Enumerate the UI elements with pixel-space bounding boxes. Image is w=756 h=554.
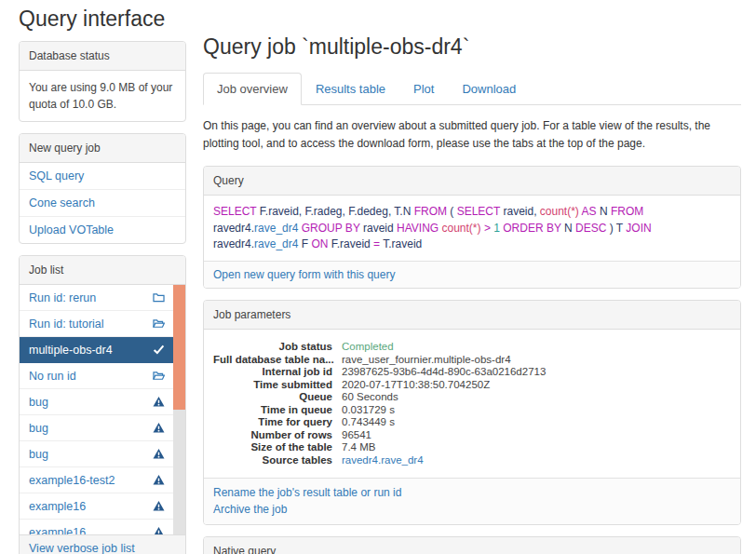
warning-icon xyxy=(152,422,165,435)
database-status-text: You are using 9.0 MB of your quota of 10… xyxy=(20,71,185,121)
warning-icon xyxy=(152,448,165,461)
sidebar-item-sql-query[interactable]: SQL query xyxy=(20,163,185,190)
job-label: Run id: rerun xyxy=(29,291,96,304)
folder-open-icon xyxy=(152,370,165,383)
sidebar: Query interface Database status You are … xyxy=(19,2,186,554)
param-label: Number of rows xyxy=(213,429,342,442)
job-page-title: Query job `multiple-obs-dr4` xyxy=(203,34,741,60)
folder-closed-icon xyxy=(152,291,165,304)
sidebar-item-cone-search[interactable]: Cone search xyxy=(20,190,185,217)
new-query-job-panel: New query job SQL query Cone search Uplo… xyxy=(19,133,186,244)
tab-bar: Job overview Results table Plot Download xyxy=(203,73,741,105)
job-list-item-selected[interactable]: multiple-obs-dr4 xyxy=(20,337,185,363)
job-label: example16-test2 xyxy=(29,474,115,487)
job-list-item[interactable]: example16 xyxy=(20,493,185,520)
param-value: 96541 xyxy=(342,429,371,442)
param-row: Internal job id 23987625-93b6-4d4d-890c-… xyxy=(213,366,731,379)
param-row: Time in queue 0.031729 s xyxy=(213,404,731,417)
job-parameters-footer: Rename the job's result table or run id … xyxy=(204,478,740,524)
job-list-item[interactable]: No run id xyxy=(20,363,185,389)
param-value: 23987625-93b6-4d4d-890c-63a0216d2713 xyxy=(342,366,546,379)
main-content: Query job `multiple-obs-dr4` Job overvie… xyxy=(203,0,741,554)
param-row: Queue 60 Seconds xyxy=(213,391,731,404)
job-list-viewport: Run id: rerun Run id: tutorial multiple-… xyxy=(20,285,185,534)
param-row: Number of rows 96541 xyxy=(213,429,731,442)
native-query-panel: Native query SELECT F.raveid, F.radeg, F… xyxy=(203,536,741,554)
table-link[interactable]: rave_dr4 xyxy=(254,237,298,250)
param-row: Time for query 0.743449 s xyxy=(213,416,731,429)
param-value: 7.4 MB xyxy=(342,441,375,454)
job-label: example16 xyxy=(29,500,86,513)
param-row: Time submitted 2020-07-17T10:38:50.70425… xyxy=(213,379,731,392)
job-parameters-panel: Job parameters Job status Completed Full… xyxy=(203,300,741,525)
table-link[interactable]: rave_dr4 xyxy=(254,222,298,235)
param-row: Job status Completed xyxy=(213,341,731,354)
param-row: Source tables ravedr4.rave_dr4 xyxy=(213,454,731,467)
job-label: bug xyxy=(29,396,48,409)
warning-icon xyxy=(152,396,165,409)
job-status-value: Completed xyxy=(342,341,394,354)
check-icon xyxy=(152,344,165,357)
tab-results-table[interactable]: Results table xyxy=(302,73,399,105)
job-label: bug xyxy=(29,422,48,435)
open-new-query-form-link[interactable]: Open new query form with this query xyxy=(213,268,395,281)
database-status-title: Database status xyxy=(20,42,185,71)
param-row: Full database table na... rave_user_four… xyxy=(213,354,731,367)
warning-icon xyxy=(152,474,165,487)
param-label: Size of the table xyxy=(213,441,342,454)
job-label: Run id: tutorial xyxy=(29,318,104,331)
view-verbose-job-list-link[interactable]: View verbose job list xyxy=(29,542,135,554)
param-label: Queue xyxy=(213,391,342,404)
job-parameters-body: Job status Completed Full database table… xyxy=(204,330,740,478)
job-list-item[interactable]: example16 xyxy=(20,520,185,534)
source-tables-link[interactable]: ravedr4.rave_dr4 xyxy=(342,454,424,467)
job-list-item[interactable]: Run id: rerun xyxy=(20,285,185,311)
job-label: bug xyxy=(29,448,48,461)
warning-icon xyxy=(152,526,165,535)
job-list-item[interactable]: Run id: tutorial xyxy=(20,311,185,337)
database-status-panel: Database status You are using 9.0 MB of … xyxy=(19,41,186,122)
job-list-item[interactable]: bug xyxy=(20,415,185,441)
tab-download[interactable]: Download xyxy=(448,73,530,105)
scrollbar-thumb[interactable] xyxy=(173,285,185,410)
sql-query-text: SELECT F.raveid, F.radeg, F.dedeg, T.N F… xyxy=(213,204,731,252)
job-list-panel: Job list Run id: rerun Run id: tutorial … xyxy=(19,255,186,554)
new-query-job-list: SQL query Cone search Upload VOTable xyxy=(20,163,185,243)
job-parameters-title: Job parameters xyxy=(204,301,740,330)
query-panel-title: Query xyxy=(204,167,740,196)
archive-job-link[interactable]: Archive the job xyxy=(213,502,731,518)
param-value: 60 Seconds xyxy=(342,391,398,404)
param-value: 0.743449 s xyxy=(342,416,395,429)
job-label: multiple-obs-dr4 xyxy=(29,344,113,357)
job-list-title: Job list xyxy=(20,256,185,285)
rename-job-link[interactable]: Rename the job's result table or run id xyxy=(213,485,731,501)
page-intro-text: On this page, you can find an overview a… xyxy=(203,117,741,152)
new-query-job-title: New query job xyxy=(20,134,185,163)
native-query-title: Native query xyxy=(204,537,740,554)
job-list-footer: View verbose job list xyxy=(20,534,185,554)
folder-open-icon xyxy=(152,318,165,331)
job-list-item[interactable]: bug xyxy=(20,441,185,467)
param-label: Job status xyxy=(213,341,342,354)
job-label: example16 xyxy=(29,526,86,535)
param-label: Full database table na... xyxy=(213,354,342,367)
query-panel: Query SELECT F.raveid, F.radeg, F.dedeg,… xyxy=(203,166,741,289)
param-label: Time in queue xyxy=(213,404,342,417)
job-list-item[interactable]: bug xyxy=(20,389,185,415)
param-label: Time submitted xyxy=(213,379,342,392)
param-label: Time for query xyxy=(213,416,342,429)
param-value: rave_user_fournier.multiple-obs-dr4 xyxy=(342,354,511,367)
query-panel-footer: Open new query form with this query xyxy=(204,261,740,288)
param-value: 0.031729 s xyxy=(342,404,395,417)
sidebar-item-upload-votable[interactable]: Upload VOTable xyxy=(20,217,185,243)
job-list-item[interactable]: example16-test2 xyxy=(20,467,185,493)
param-row: Size of the table 7.4 MB xyxy=(213,441,731,454)
warning-icon xyxy=(152,500,165,513)
param-label: Internal job id xyxy=(213,366,342,379)
job-list-scrollbar[interactable] xyxy=(173,285,185,534)
param-value: 2020-07-17T10:38:50.704250Z xyxy=(342,379,490,392)
tab-job-overview[interactable]: Job overview xyxy=(203,73,302,105)
tab-plot[interactable]: Plot xyxy=(399,73,448,105)
job-label: No run id xyxy=(29,370,76,383)
page-title: Query interface xyxy=(19,6,186,32)
